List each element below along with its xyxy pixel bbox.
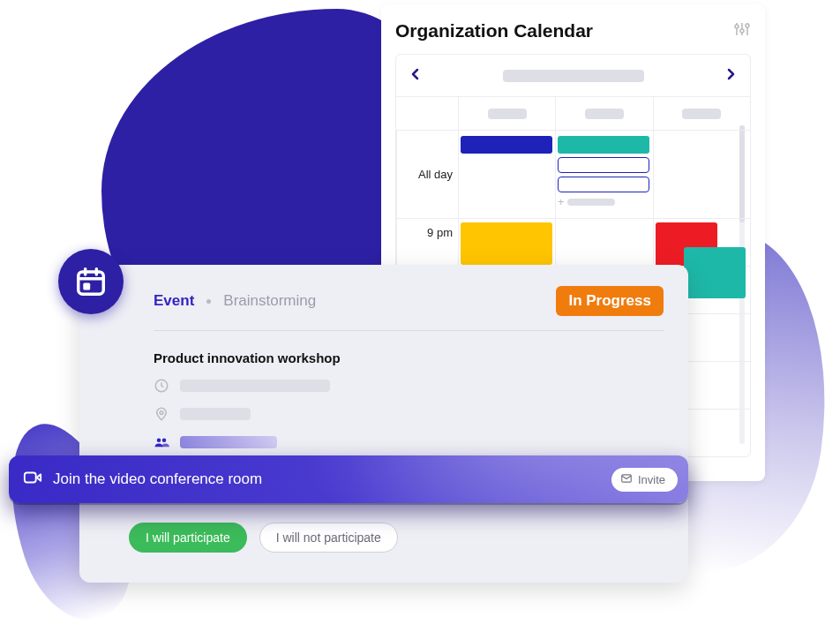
svg-point-3 (740, 29, 744, 33)
divider (154, 330, 664, 331)
pin-icon (154, 406, 169, 422)
placeholder (180, 436, 277, 448)
calendar-badge-icon (58, 249, 124, 314)
svg-rect-10 (79, 272, 104, 294)
participate-button[interactable]: I will participate (129, 523, 247, 553)
event-location-row (154, 406, 664, 422)
next-button[interactable] (724, 65, 738, 86)
svg-marker-16 (37, 474, 41, 480)
placeholder (180, 380, 330, 392)
calendar-cell[interactable] (458, 130, 555, 218)
mail-icon (620, 472, 633, 487)
invite-label: Invite (638, 473, 665, 486)
day-header (653, 96, 750, 130)
people-icon (154, 434, 169, 450)
calendar-cell[interactable] (458, 218, 555, 266)
event-block[interactable] (461, 222, 552, 265)
invite-button[interactable]: Invite (611, 468, 678, 492)
calendar-cell[interactable] (555, 218, 652, 266)
conference-text: Join the video conference room (53, 470, 262, 488)
event-block[interactable] (558, 136, 649, 154)
row-allday-label: All day (396, 130, 458, 218)
calendar-cell[interactable] (653, 130, 750, 218)
calendar-title: Organization Calendar (395, 20, 593, 41)
day-header (555, 96, 652, 130)
event-block[interactable] (558, 177, 649, 192)
conference-banner[interactable]: Join the video conference room Invite (9, 455, 688, 503)
event-time-row (154, 378, 664, 394)
svg-rect-15 (25, 472, 36, 482)
more-events[interactable]: + (558, 196, 615, 208)
status-badge: In Progress (556, 286, 664, 316)
svg-point-7 (160, 411, 163, 415)
day-header (458, 96, 555, 130)
separator-dot (206, 299, 211, 304)
svg-point-8 (157, 439, 161, 443)
placeholder (180, 408, 251, 420)
event-block[interactable] (558, 157, 649, 173)
decline-button[interactable]: I will not participate (259, 523, 398, 553)
crumb-event[interactable]: Event (154, 292, 194, 310)
crumb-type: Brainstorming (223, 292, 316, 310)
svg-point-5 (746, 24, 749, 27)
event-block[interactable] (461, 136, 552, 154)
svg-rect-14 (83, 283, 90, 290)
svg-point-1 (735, 25, 739, 28)
clock-icon (154, 378, 169, 394)
settings-icon[interactable] (733, 20, 751, 41)
event-block[interactable] (684, 247, 746, 298)
row-9pm-label: 9 pm (396, 218, 458, 266)
video-icon (23, 468, 42, 492)
calendar-cell[interactable]: + (555, 130, 652, 218)
breadcrumb: Event Brainstorming (154, 292, 316, 310)
svg-point-9 (162, 439, 167, 443)
prev-button[interactable] (409, 65, 423, 86)
event-attendees-row[interactable] (154, 434, 664, 450)
period-label-placeholder (503, 70, 644, 82)
event-title: Product innovation workshop (154, 350, 664, 365)
